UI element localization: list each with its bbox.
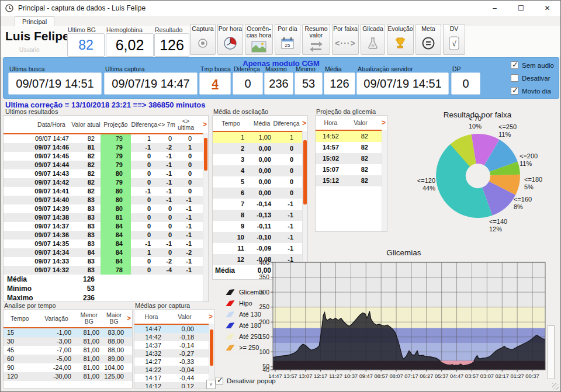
table-row[interactable]: 09/07 14:4382800-10 bbox=[4, 169, 208, 178]
sem-audio-checkbox[interactable]: ✓ Sem audio bbox=[511, 61, 554, 69]
table-row[interactable]: 14:32-0,27 bbox=[134, 349, 214, 358]
table-row[interactable]: 14:17-0,44 bbox=[134, 374, 214, 382]
table-row[interactable]: 20,000 bbox=[213, 143, 307, 154]
flask-button[interactable]: Glicada bbox=[361, 24, 385, 55]
table-row[interactable]: 09/07 14:418280-1-10 bbox=[4, 187, 208, 196]
scroll-right-arrow[interactable]: > bbox=[203, 116, 208, 133]
x-tick-label: 13:07 bbox=[299, 373, 312, 379]
record-button[interactable]: Captura bbox=[190, 24, 216, 55]
clock-button[interactable]: Por hora bbox=[217, 24, 243, 55]
table-row[interactable]: 60,000 bbox=[213, 188, 307, 199]
target-button[interactable]: Meta bbox=[415, 24, 441, 55]
table-row[interactable]: 10-0,10-1 bbox=[213, 232, 307, 243]
pie-slice-label: <=12044% bbox=[405, 177, 435, 192]
desativar-checkbox[interactable]: ✓ Desativar bbox=[511, 74, 550, 82]
scrollbar-thumb[interactable] bbox=[204, 138, 207, 171]
table-row[interactable]: 14:120,12 bbox=[134, 382, 214, 388]
table-row[interactable]: 45-7,0081,0088,00 bbox=[4, 346, 132, 355]
table-row[interactable]: 09/07 14:468179-1-21 bbox=[4, 143, 208, 152]
table-cell: 09/07 14:42 bbox=[32, 178, 71, 187]
close-button[interactable]: ✕ bbox=[534, 1, 560, 16]
movto-dia-checkbox[interactable]: ✓ Movto dia bbox=[511, 87, 551, 95]
table-row[interactable]: 11,001 bbox=[213, 132, 307, 143]
table-row[interactable]: 8-0,13-1 bbox=[213, 210, 307, 221]
scrollbar-thumb[interactable] bbox=[303, 140, 307, 204]
table-row[interactable]: 09/07 14:478279100 bbox=[4, 134, 208, 143]
table-row[interactable]: 90-24,0081,00104,00 bbox=[4, 363, 132, 372]
table-cell bbox=[4, 196, 20, 204]
table-row[interactable]: 14:37-0,14 bbox=[134, 341, 214, 349]
table-row[interactable]: 15-1,0081,0083,00 bbox=[4, 328, 132, 337]
x-tick-label: 07:17 bbox=[404, 373, 418, 379]
chart-scrollbar[interactable] bbox=[548, 325, 555, 379]
table-row[interactable]: 09/07 14:38838100-1 bbox=[4, 213, 208, 222]
checkbox-box[interactable]: ✓ bbox=[511, 74, 518, 82]
calendar-button[interactable]: Por dia25 bbox=[275, 24, 300, 55]
table-cell: 90 bbox=[4, 363, 36, 372]
table-row[interactable]: 9-0,11-1 bbox=[213, 221, 307, 232]
scroll-right-arrow[interactable]: > bbox=[302, 116, 307, 131]
table-cell: 15 bbox=[4, 328, 36, 337]
table-row[interactable]: 50,000 bbox=[213, 176, 307, 188]
table-cell: -1,00 bbox=[36, 328, 77, 337]
trophy-button[interactable]: Evolução bbox=[387, 24, 414, 55]
table-row[interactable]: 14:470,00 bbox=[134, 325, 214, 333]
table-row[interactable]: 09/07 14:39838000-1 bbox=[4, 204, 208, 213]
table-row[interactable]: 60-5,0081,0089,00 bbox=[4, 355, 132, 363]
swap-arrows-button[interactable]: Resumo valor bbox=[302, 24, 330, 55]
scroll-right-arrow[interactable]: > bbox=[209, 310, 214, 324]
scroll-right-arrow[interactable]: > bbox=[127, 310, 132, 327]
table-row[interactable]: 14:42-0,18 bbox=[134, 333, 214, 341]
table-row[interactable]: 30-3,0081,0088,00 bbox=[4, 337, 132, 346]
table-cell: -0,33 bbox=[168, 358, 201, 366]
table-cell: 84 bbox=[101, 240, 131, 248]
minimize-button[interactable]: – bbox=[482, 1, 508, 16]
table-row[interactable]: 7-0,14-1 bbox=[213, 199, 307, 210]
scrollbar[interactable] bbox=[209, 324, 214, 388]
table-row[interactable]: 09/07 14:358384-1-1-1 bbox=[4, 240, 208, 248]
table-row[interactable]: 09/07 14:4083800-1-1 bbox=[4, 196, 208, 204]
range-button[interactable]: Por faixa<···> bbox=[332, 24, 359, 55]
table-row[interactable]: 09/07 14:4482790-10 bbox=[4, 161, 208, 169]
tab-principal[interactable]: Principal bbox=[15, 16, 54, 26]
table-row[interactable]: 15:1282 bbox=[316, 175, 387, 186]
scrollbar[interactable] bbox=[382, 130, 387, 231]
table-row[interactable]: 09/07 14:4282790-10 bbox=[4, 178, 208, 187]
table-row[interactable]: 40,000 bbox=[213, 165, 307, 176]
table-cell bbox=[4, 213, 20, 222]
table-cell: 45 bbox=[4, 346, 36, 355]
picture-button[interactable]: Ocorrên-cias hora bbox=[245, 24, 273, 55]
medias-captura-table: HoraValor>14:470,0014:42-0,1814:37-0,141… bbox=[134, 309, 214, 388]
checkbox-box[interactable]: ✓ bbox=[511, 61, 518, 69]
table-row[interactable]: 14:27-0,33 bbox=[134, 358, 214, 366]
scroll-right-arrow[interactable]: > bbox=[382, 116, 387, 130]
button-label: DV bbox=[450, 26, 459, 32]
table-cell: 83 bbox=[71, 222, 101, 231]
checkbox-box[interactable]: ✓ bbox=[511, 87, 518, 95]
table-row[interactable]: 14:5782 bbox=[316, 142, 387, 153]
table-row[interactable]: 09/07 14:3383840-2-1 bbox=[4, 257, 208, 266]
table-row[interactable]: 120-30,0081,00125,00 bbox=[4, 372, 132, 381]
table-cell bbox=[4, 266, 20, 275]
table-row[interactable]: 09/07 14:4582790-10 bbox=[4, 152, 208, 161]
table-row[interactable]: 09/07 14:37838400-1 bbox=[4, 222, 208, 231]
table-row[interactable]: 09/07 14:34848410-2 bbox=[4, 248, 208, 257]
table-row[interactable]: 14:5282 bbox=[316, 131, 387, 142]
table-row[interactable]: 15:0782 bbox=[316, 164, 387, 175]
table-cell: 1,00 bbox=[249, 132, 275, 143]
check-button[interactable]: DV√ bbox=[443, 24, 465, 55]
table-row[interactable]: 09/07 14:36838400-1 bbox=[4, 231, 208, 240]
table-row[interactable]: 11-0,09-1 bbox=[213, 243, 307, 254]
scrollbar-thumb[interactable] bbox=[210, 329, 213, 366]
table-row[interactable]: 30,000 bbox=[213, 154, 307, 165]
table-cell: 104,00 bbox=[102, 363, 127, 372]
maximize-button[interactable]: ☐ bbox=[508, 1, 534, 16]
chevron-down-icon[interactable]: ˅ bbox=[206, 380, 216, 389]
table-row[interactable]: 15:0282 bbox=[316, 153, 387, 164]
scrollbar[interactable] bbox=[203, 133, 208, 301]
checkbox-box[interactable]: ✓ bbox=[216, 377, 223, 384]
app-window: Principal - captura de dados - Luis Feli… bbox=[0, 0, 561, 392]
resize-grip[interactable] bbox=[552, 383, 559, 390]
table-row[interactable]: 09/07 14:3283780-4-1 bbox=[4, 266, 208, 275]
table-row[interactable]: 14:22-0,04 bbox=[134, 366, 214, 374]
